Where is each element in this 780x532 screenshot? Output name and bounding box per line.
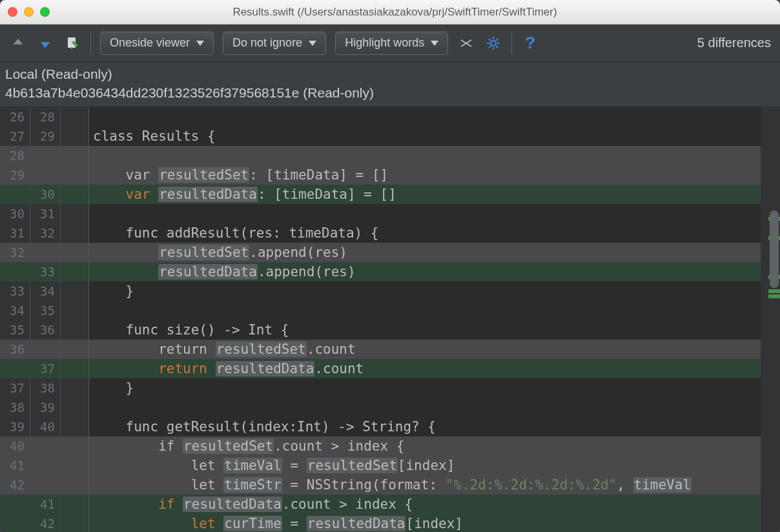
gutter-spacer <box>61 223 88 243</box>
code-line[interactable]: if resultedSet.count > index { <box>89 436 761 456</box>
line-number-left: 30 <box>0 204 30 223</box>
code-line[interactable]: func size() -> Int { <box>89 320 761 340</box>
code-line[interactable]: func getResult(index:Int) -> String? { <box>89 417 761 436</box>
line-number-left: 29 <box>0 165 30 185</box>
line-number-left: 36 <box>0 340 30 359</box>
gutter-left: 2627282930313233343536373839404142 <box>0 107 30 532</box>
code-line[interactable]: func addResult(res: timeData) { <box>89 223 761 243</box>
line-number-left: 28 <box>0 146 30 165</box>
diff-marker-icon[interactable] <box>768 294 780 298</box>
code-line[interactable]: return resultedData.count <box>89 359 761 378</box>
highlight-dropdown[interactable]: Highlight words <box>335 32 448 55</box>
collapse-unchanged-button[interactable] <box>457 34 475 52</box>
gutter-right: 282930313233343536373839404142 <box>30 107 61 532</box>
diff-editor: 2627282930313233343536373839404142 28293… <box>0 107 780 532</box>
code-line[interactable] <box>89 146 761 165</box>
diff-count: 5 differences <box>697 36 771 50</box>
code-line[interactable]: var resultedSet: [timeData] = [] <box>89 165 761 185</box>
gutter-spacer <box>61 243 88 262</box>
line-number-left: 38 <box>0 398 30 417</box>
code-line[interactable]: class Results { <box>89 127 761 146</box>
line-number-left: 31 <box>0 223 30 243</box>
gutter-spacer <box>61 185 88 204</box>
gutter-spacer <box>61 514 88 532</box>
gutter-spacer <box>61 204 88 223</box>
code-line[interactable]: let curTime = resultedData[index] <box>89 514 761 532</box>
vertical-scrollbar[interactable] <box>768 107 780 532</box>
gutter-spacer <box>61 359 88 378</box>
line-number-left: 26 <box>0 107 30 127</box>
line-number-left: 34 <box>0 301 30 320</box>
code-line[interactable] <box>89 204 761 223</box>
line-number-right <box>30 456 60 475</box>
gutter-spacer <box>61 378 88 398</box>
edit-file-button[interactable] <box>63 34 81 52</box>
code-line[interactable] <box>89 301 761 320</box>
gutter-spacer <box>61 456 88 475</box>
line-number-left <box>0 262 30 281</box>
code-line[interactable]: resultedData.append(res) <box>89 262 761 281</box>
gutter-spacer <box>61 436 88 456</box>
svg-rect-1 <box>71 47 72 49</box>
line-number-left <box>0 359 30 378</box>
prev-diff-button[interactable] <box>9 34 27 52</box>
code-line[interactable]: return resultedSet.count <box>89 340 761 359</box>
titlebar: Results.swift (/Users/anastasiakazakova/… <box>0 0 780 25</box>
line-number-right: 41 <box>30 495 60 514</box>
code-line[interactable]: } <box>89 281 761 301</box>
window-title: Results.swift (/Users/anastasiakazakova/… <box>17 6 772 19</box>
help-button[interactable]: ? <box>521 34 539 52</box>
gutter-spacer <box>61 262 88 281</box>
code-line[interactable]: } <box>89 378 761 398</box>
chevron-down-icon <box>309 41 316 46</box>
gutter-spacer <box>61 127 88 146</box>
revision-label: 4b613a7b4e036434dd230f1323526f379568151e… <box>5 83 775 102</box>
line-number-right: 33 <box>30 262 60 281</box>
line-number-right: 37 <box>30 359 60 378</box>
line-number-right: 30 <box>30 185 60 204</box>
code-line[interactable] <box>89 107 761 127</box>
code-line[interactable]: if resultedData.count > index { <box>89 495 761 514</box>
line-number-left: 39 <box>0 417 30 436</box>
line-number-right: 35 <box>30 301 60 320</box>
code-line[interactable]: var resultedData: [timeData] = [] <box>89 185 761 204</box>
gutter-spacer <box>61 301 88 320</box>
chevron-down-icon <box>196 41 204 46</box>
line-number-left: 35 <box>0 320 30 340</box>
code-line[interactable]: resultedSet.append(res) <box>89 243 761 262</box>
line-number-left: 32 <box>0 243 30 262</box>
gutter-spacer <box>61 281 88 301</box>
code-area[interactable]: class Results { var resultedSet: [timeDa… <box>89 107 761 532</box>
change-markers <box>761 107 780 532</box>
svg-line-9 <box>489 46 491 48</box>
gutter-spacer <box>61 417 88 436</box>
code-line[interactable]: let timeStr = NSString(format: "%.2d:%.2… <box>89 475 761 495</box>
viewer-mode-dropdown[interactable]: Oneside viewer <box>100 32 214 55</box>
scrollbar-thumb[interactable] <box>770 210 779 288</box>
line-number-right: 39 <box>30 398 60 417</box>
line-number-left <box>0 185 30 204</box>
code-line[interactable]: let timeVal = resultedSet[index] <box>89 456 761 475</box>
diff-marker-icon[interactable] <box>768 289 780 293</box>
gutter-spacer <box>61 475 88 495</box>
gutter-spacer <box>61 107 88 127</box>
next-diff-button[interactable] <box>36 34 54 52</box>
gutter-separator <box>61 107 89 532</box>
ignore-dropdown[interactable]: Do not ignore <box>223 32 326 55</box>
line-number-left: 37 <box>0 378 30 398</box>
gutter-spacer <box>61 340 88 359</box>
gutter-spacer <box>61 320 88 340</box>
line-number-right: 40 <box>30 417 60 436</box>
viewer-mode-label: Oneside viewer <box>110 36 190 50</box>
chevron-down-icon <box>431 41 438 46</box>
svg-point-2 <box>491 41 496 46</box>
close-icon[interactable] <box>8 7 17 17</box>
line-number-left: 27 <box>0 127 30 146</box>
toolbar: Oneside viewer Do not ignore Highlight w… <box>0 25 780 62</box>
gutter-spacer <box>61 495 88 514</box>
settings-button[interactable] <box>484 34 502 52</box>
line-number-right: 36 <box>30 320 60 340</box>
line-number-right: 31 <box>30 204 60 223</box>
line-number-right: 32 <box>30 223 60 243</box>
code-line[interactable] <box>89 398 761 417</box>
